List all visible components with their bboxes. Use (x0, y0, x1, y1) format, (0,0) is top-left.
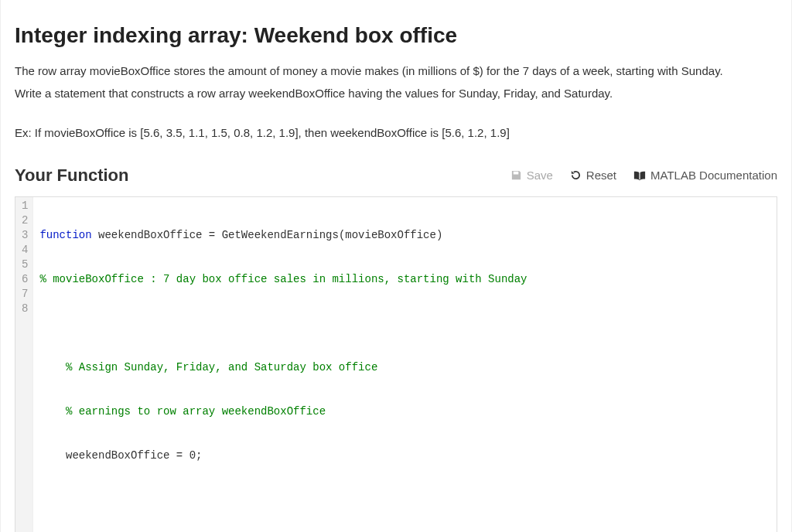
page-title: Integer indexing array: Weekend box offi… (15, 23, 777, 48)
save-button[interactable]: Save (510, 169, 553, 182)
reset-label: Reset (586, 169, 616, 182)
reset-icon (570, 169, 582, 181)
comment: % earnings to row array weekendBoxOffice (39, 405, 326, 418)
code-text: weekendBoxOffice = GetWeekendEarnings(mo… (92, 229, 443, 241)
keyword-function: function (39, 229, 91, 241)
page: Integer indexing array: Weekend box offi… (0, 0, 792, 532)
function-toolbar: Save Reset MATLAB Documentation (510, 169, 777, 182)
comment: % Assign Sunday, Friday, and Saturday bo… (39, 361, 377, 373)
svg-rect-0 (639, 172, 640, 179)
function-editor[interactable]: 12345678 function weekendBoxOffice = Get… (15, 196, 777, 533)
docs-button[interactable]: MATLAB Documentation (633, 169, 777, 182)
docs-label: MATLAB Documentation (650, 169, 777, 182)
line-gutter: 12345678 (15, 197, 33, 533)
your-function-header: Your Function Save Reset (15, 165, 777, 186)
your-function-title: Your Function (15, 165, 128, 186)
code-area[interactable]: function weekendBoxOffice = GetWeekendEa… (33, 197, 777, 533)
code-text: weekendBoxOffice = 0; (39, 449, 202, 462)
save-icon (510, 169, 522, 181)
save-label: Save (527, 169, 553, 182)
example-text: Ex: If movieBoxOffice is [5.6, 3.5, 1.1,… (15, 126, 777, 139)
description-line-2: Write a statement that constructs a row … (15, 84, 777, 102)
comment: % movieBoxOffice : 7 day box office sale… (39, 273, 527, 285)
description-line-1: The row array movieBoxOffice stores the … (15, 62, 777, 80)
reset-button[interactable]: Reset (570, 169, 616, 182)
book-icon (633, 170, 646, 181)
